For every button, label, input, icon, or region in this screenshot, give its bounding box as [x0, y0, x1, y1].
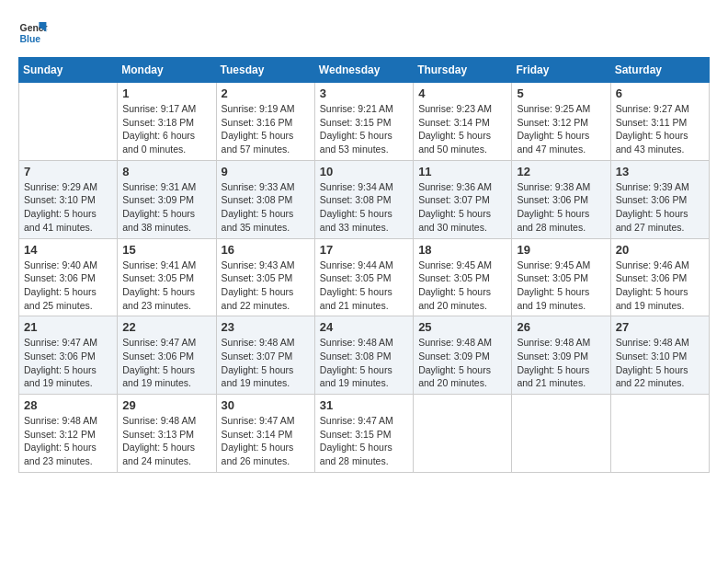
calendar-cell [414, 395, 512, 473]
day-info: Sunrise: 9:48 AM Sunset: 3:08 PM Dayligh… [320, 336, 408, 390]
calendar-cell [19, 83, 118, 161]
day-info: Sunrise: 9:29 AM Sunset: 3:10 PM Dayligh… [24, 180, 112, 235]
day-number: 9 [222, 165, 310, 178]
calendar-cell: 27Sunrise: 9:48 AM Sunset: 3:10 PM Dayli… [610, 316, 709, 395]
weekday-header-friday: Friday [512, 58, 610, 83]
day-number: 16 [222, 243, 310, 257]
day-info: Sunrise: 9:45 AM Sunset: 3:05 PM Dayligh… [418, 259, 506, 313]
day-number: 15 [122, 243, 210, 257]
day-number: 11 [418, 165, 506, 178]
day-info: Sunrise: 9:44 AM Sunset: 3:05 PM Dayligh… [320, 259, 408, 313]
weekday-header-sunday: Sunday [19, 58, 118, 83]
calendar-week-1: 1Sunrise: 9:17 AM Sunset: 3:18 PM Daylig… [19, 83, 710, 161]
day-info: Sunrise: 9:39 AM Sunset: 3:06 PM Dayligh… [616, 180, 704, 235]
day-info: Sunrise: 9:23 AM Sunset: 3:14 PM Dayligh… [418, 102, 506, 156]
calendar-cell: 7Sunrise: 9:29 AM Sunset: 3:10 PM Daylig… [19, 160, 118, 238]
calendar-cell: 28Sunrise: 9:48 AM Sunset: 3:12 PM Dayli… [19, 395, 118, 473]
day-info: Sunrise: 9:21 AM Sunset: 3:15 PM Dayligh… [320, 102, 408, 156]
calendar-cell: 2Sunrise: 9:19 AM Sunset: 3:16 PM Daylig… [216, 83, 314, 161]
calendar-week-4: 21Sunrise: 9:47 AM Sunset: 3:06 PM Dayli… [19, 316, 710, 395]
day-info: Sunrise: 9:19 AM Sunset: 3:16 PM Dayligh… [222, 102, 310, 156]
day-number: 18 [418, 243, 506, 257]
calendar-cell: 16Sunrise: 9:43 AM Sunset: 3:05 PM Dayli… [216, 238, 314, 316]
day-number: 21 [24, 320, 112, 334]
day-number: 26 [517, 320, 605, 334]
calendar-cell [512, 395, 610, 473]
calendar-cell: 23Sunrise: 9:48 AM Sunset: 3:07 PM Dayli… [216, 316, 314, 395]
calendar-cell: 13Sunrise: 9:39 AM Sunset: 3:06 PM Dayli… [610, 160, 709, 238]
calendar-cell: 3Sunrise: 9:21 AM Sunset: 3:15 PM Daylig… [314, 83, 413, 161]
calendar-table: SundayMondayTuesdayWednesdayThursdayFrid… [18, 57, 710, 473]
day-number: 23 [222, 320, 310, 334]
calendar-cell: 22Sunrise: 9:47 AM Sunset: 3:06 PM Dayli… [118, 316, 216, 395]
day-number: 30 [222, 398, 310, 412]
day-number: 24 [320, 320, 408, 334]
day-info: Sunrise: 9:46 AM Sunset: 3:06 PM Dayligh… [616, 259, 704, 313]
weekday-header-wednesday: Wednesday [314, 58, 413, 83]
calendar-cell: 14Sunrise: 9:40 AM Sunset: 3:06 PM Dayli… [19, 238, 118, 316]
calendar-cell: 12Sunrise: 9:38 AM Sunset: 3:06 PM Dayli… [512, 160, 610, 238]
day-info: Sunrise: 9:41 AM Sunset: 3:05 PM Dayligh… [122, 259, 210, 313]
day-info: Sunrise: 9:33 AM Sunset: 3:08 PM Dayligh… [222, 180, 310, 235]
weekday-header-row: SundayMondayTuesdayWednesdayThursdayFrid… [19, 58, 710, 83]
weekday-header-thursday: Thursday [414, 58, 512, 83]
day-info: Sunrise: 9:17 AM Sunset: 3:18 PM Dayligh… [122, 102, 210, 156]
day-info: Sunrise: 9:48 AM Sunset: 3:10 PM Dayligh… [616, 336, 704, 390]
day-info: Sunrise: 9:48 AM Sunset: 3:12 PM Dayligh… [24, 414, 112, 468]
day-info: Sunrise: 9:48 AM Sunset: 3:13 PM Dayligh… [122, 414, 210, 468]
day-info: Sunrise: 9:43 AM Sunset: 3:05 PM Dayligh… [222, 259, 310, 313]
day-info: Sunrise: 9:40 AM Sunset: 3:06 PM Dayligh… [24, 259, 112, 313]
calendar-cell: 30Sunrise: 9:47 AM Sunset: 3:14 PM Dayli… [216, 395, 314, 473]
day-number: 19 [517, 243, 605, 257]
calendar-cell: 29Sunrise: 9:48 AM Sunset: 3:13 PM Dayli… [118, 395, 216, 473]
weekday-header-monday: Monday [118, 58, 216, 83]
day-info: Sunrise: 9:48 AM Sunset: 3:09 PM Dayligh… [418, 336, 506, 390]
day-number: 5 [517, 86, 605, 100]
day-info: Sunrise: 9:25 AM Sunset: 3:12 PM Dayligh… [517, 102, 605, 156]
calendar-cell: 17Sunrise: 9:44 AM Sunset: 3:05 PM Dayli… [314, 238, 413, 316]
calendar-cell: 5Sunrise: 9:25 AM Sunset: 3:12 PM Daylig… [512, 83, 610, 161]
day-number: 28 [24, 398, 112, 412]
day-number: 14 [24, 243, 112, 257]
calendar-cell: 9Sunrise: 9:33 AM Sunset: 3:08 PM Daylig… [216, 160, 314, 238]
calendar-header: SundayMondayTuesdayWednesdayThursdayFrid… [19, 58, 710, 83]
day-number: 6 [616, 86, 704, 100]
calendar-cell: 18Sunrise: 9:45 AM Sunset: 3:05 PM Dayli… [414, 238, 512, 316]
logo: General Blue [18, 18, 48, 48]
day-info: Sunrise: 9:31 AM Sunset: 3:09 PM Dayligh… [122, 180, 210, 235]
day-info: Sunrise: 9:34 AM Sunset: 3:08 PM Dayligh… [320, 180, 408, 235]
day-number: 27 [616, 320, 704, 334]
weekday-header-tuesday: Tuesday [216, 58, 314, 83]
weekday-header-saturday: Saturday [610, 58, 709, 83]
day-info: Sunrise: 9:45 AM Sunset: 3:05 PM Dayligh… [517, 259, 605, 313]
calendar-body: 1Sunrise: 9:17 AM Sunset: 3:18 PM Daylig… [19, 83, 710, 473]
day-number: 2 [222, 86, 310, 100]
day-number: 20 [616, 243, 704, 257]
calendar-week-2: 7Sunrise: 9:29 AM Sunset: 3:10 PM Daylig… [19, 160, 710, 238]
day-info: Sunrise: 9:36 AM Sunset: 3:07 PM Dayligh… [418, 180, 506, 235]
calendar-cell: 25Sunrise: 9:48 AM Sunset: 3:09 PM Dayli… [414, 316, 512, 395]
calendar-cell: 21Sunrise: 9:47 AM Sunset: 3:06 PM Dayli… [19, 316, 118, 395]
day-number: 10 [320, 165, 408, 178]
day-number: 13 [616, 165, 704, 178]
day-number: 8 [122, 165, 210, 178]
day-info: Sunrise: 9:47 AM Sunset: 3:06 PM Dayligh… [122, 336, 210, 390]
day-number: 12 [517, 165, 605, 178]
calendar-cell [610, 395, 709, 473]
calendar-week-5: 28Sunrise: 9:48 AM Sunset: 3:12 PM Dayli… [19, 395, 710, 473]
day-info: Sunrise: 9:38 AM Sunset: 3:06 PM Dayligh… [517, 180, 605, 235]
calendar-cell: 10Sunrise: 9:34 AM Sunset: 3:08 PM Dayli… [314, 160, 413, 238]
day-number: 22 [122, 320, 210, 334]
day-info: Sunrise: 9:47 AM Sunset: 3:15 PM Dayligh… [320, 414, 408, 468]
calendar-cell: 26Sunrise: 9:48 AM Sunset: 3:09 PM Dayli… [512, 316, 610, 395]
calendar-cell: 8Sunrise: 9:31 AM Sunset: 3:09 PM Daylig… [118, 160, 216, 238]
calendar-cell: 31Sunrise: 9:47 AM Sunset: 3:15 PM Dayli… [314, 395, 413, 473]
day-number: 1 [122, 86, 210, 100]
day-info: Sunrise: 9:48 AM Sunset: 3:09 PM Dayligh… [517, 336, 605, 390]
day-number: 4 [418, 86, 506, 100]
calendar-cell: 24Sunrise: 9:48 AM Sunset: 3:08 PM Dayli… [314, 316, 413, 395]
day-info: Sunrise: 9:47 AM Sunset: 3:14 PM Dayligh… [222, 414, 310, 468]
calendar-cell: 15Sunrise: 9:41 AM Sunset: 3:05 PM Dayli… [118, 238, 216, 316]
calendar-cell: 20Sunrise: 9:46 AM Sunset: 3:06 PM Dayli… [610, 238, 709, 316]
calendar-cell: 4Sunrise: 9:23 AM Sunset: 3:14 PM Daylig… [414, 83, 512, 161]
